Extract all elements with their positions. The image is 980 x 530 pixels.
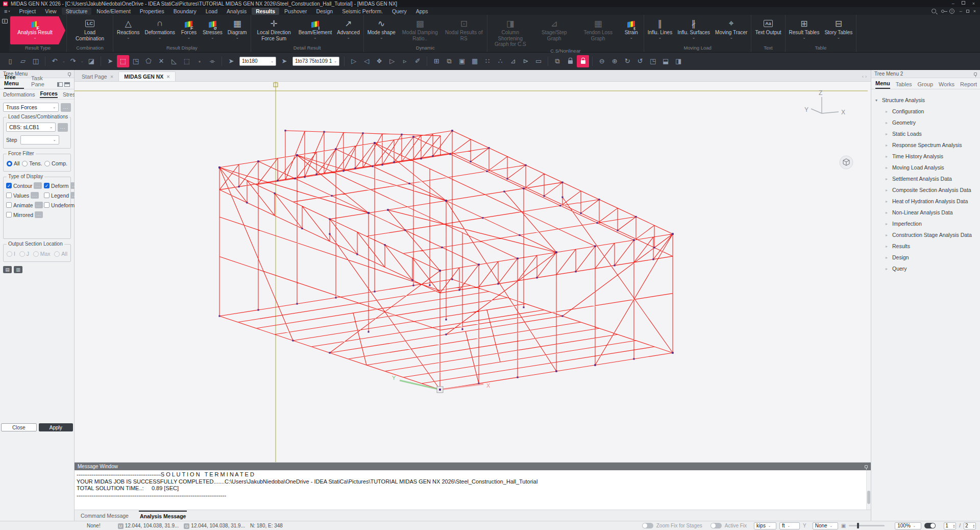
contour-checkbox[interactable]: ✓ — [6, 183, 12, 188]
snap-settings-icon[interactable]: ▣ — [841, 523, 846, 528]
result-tables-dropdown-icon[interactable]: ⌄ — [802, 36, 806, 39]
search-icon[interactable] — [932, 9, 936, 13]
tree-node-non-linear-analysis-data[interactable]: ▸Non-Linear Analysis Data — [874, 207, 980, 218]
tab-scroll-left-icon[interactable]: ‹ — [862, 74, 864, 79]
display-option-animate[interactable]: Animate... — [6, 202, 43, 208]
close-button[interactable]: Close — [1, 423, 37, 431]
mode-shape-dropdown-icon[interactable]: ⌄ — [380, 36, 383, 39]
length-unit-combo[interactable]: ft⌄ — [779, 522, 800, 529]
unselect-pointer-icon[interactable]: ▷ — [348, 55, 360, 67]
menu-item-boundary[interactable]: Boundary — [169, 8, 201, 15]
diagram-dropdown-icon[interactable]: ⌄ — [235, 36, 239, 39]
ribbon-forces[interactable]: FForces⌄ — [178, 16, 200, 44]
right-tab-works[interactable]: Works — [939, 81, 954, 89]
ribbon-beam-element[interactable]: IBeam/Element⌄ — [296, 16, 335, 44]
active-fix-toggle[interactable] — [710, 523, 722, 528]
message-tab-command-message[interactable]: Command Message — [80, 511, 130, 520]
zoom-in-icon[interactable]: ⊕ — [608, 55, 621, 67]
doc-restore-icon[interactable] — [966, 10, 969, 13]
restore-icon[interactable] — [962, 1, 965, 5]
active-window-icon[interactable]: ▣ — [456, 55, 468, 67]
right-pin-icon[interactable] — [974, 73, 977, 76]
deform-checkbox[interactable]: ✓ — [44, 183, 50, 188]
element-numbers-icon[interactable]: ⊿ — [507, 55, 519, 67]
tree-node-composite-section-analysis-data[interactable]: ▸Composite Section Analysis Data — [874, 184, 980, 196]
ribbon-deformations[interactable]: ∩Deformations⌄ — [142, 16, 177, 44]
tree-node-geometry[interactable]: ▸Geometry — [874, 117, 980, 128]
tree-node-configuration[interactable]: ▸Configuration — [874, 106, 980, 117]
node-display-icon[interactable]: ∷ — [481, 55, 494, 67]
tab-close-icon[interactable]: ✕ — [166, 75, 170, 79]
animate-options-button[interactable]: ... — [35, 202, 43, 208]
menu-item-view[interactable]: View — [41, 8, 61, 15]
element-display-icon[interactable]: ⊳ — [520, 55, 532, 67]
right-tab-group[interactable]: Group — [918, 81, 934, 89]
grid-view-icon[interactable]: ⊞ — [430, 55, 443, 67]
influence-lines-dropdown-icon[interactable]: ⌄ — [658, 36, 662, 39]
moving-tracer-dropdown-icon[interactable]: ⌄ — [729, 36, 733, 39]
menu-item-seismic-perform-[interactable]: Seismic Perform. — [338, 8, 387, 15]
analysis-result-dropdown-icon[interactable]: ⌄ — [33, 36, 37, 39]
tree-node-time-history-analysis[interactable]: ▸Time History Analysis — [874, 151, 980, 162]
lock-results-icon[interactable] — [577, 55, 589, 67]
filter-comp-radio[interactable]: Comp. — [44, 160, 67, 166]
values-checkbox[interactable] — [6, 192, 12, 198]
contour-options-button[interactable]: ... — [34, 182, 42, 189]
rotate-left-icon[interactable]: ↺ — [634, 55, 646, 67]
tree-node-heat-of-hydration-analysis-data[interactable]: ▸Heat of Hydration Analysis Data — [874, 196, 980, 207]
split-vertical-icon[interactable] — [57, 82, 63, 87]
ribbon-story-tables[interactable]: ⊟Story Tables⌄ — [822, 16, 855, 44]
unselect-poly-icon[interactable]: ▹ — [399, 55, 411, 67]
copy-image-button[interactable]: ▥ — [14, 266, 22, 273]
plane-combo[interactable]: 1to180⌄ — [239, 57, 276, 66]
menu-item-design[interactable]: Design — [312, 8, 337, 15]
pin-icon[interactable] — [68, 73, 71, 76]
expand-icon[interactable]: ▸ — [885, 255, 889, 260]
select-by-named-icon[interactable]: ➤ — [278, 55, 290, 67]
menu-item-properties[interactable]: Properties — [136, 8, 168, 15]
menu-item-apps[interactable]: Apps — [412, 8, 432, 15]
open-file-icon[interactable]: ▱ — [17, 55, 29, 67]
tab-tree-menu[interactable]: Tree Menu — [4, 74, 24, 89]
ribbon-diagram[interactable]: ▦Diagram⌄ — [225, 16, 250, 44]
mirrored-options-button[interactable]: ... — [35, 211, 43, 218]
select-identity-icon[interactable]: ⌯ — [206, 55, 218, 67]
rotate-right-icon[interactable]: ↻ — [621, 55, 633, 67]
values-options-button[interactable]: ... — [31, 192, 39, 199]
minimize-icon[interactable]: – — [952, 1, 954, 6]
save-image-button[interactable]: ▤ — [3, 266, 12, 273]
expand-icon[interactable]: ▸ — [885, 244, 889, 249]
tree-node-construction-stage-analysis-data[interactable]: ▸Construction Stage Analysis Data — [874, 229, 980, 240]
tree-node-design[interactable]: ▸Design — [874, 252, 980, 263]
strain-dropdown-icon[interactable]: ⌄ — [629, 36, 633, 39]
expand-icon[interactable]: ▸ — [885, 222, 889, 226]
lock-model-icon[interactable] — [564, 55, 576, 67]
tree-node-static-loads[interactable]: ▸Static Loads — [874, 128, 980, 139]
snap-combo[interactable]: None⌄ — [813, 522, 838, 529]
select-polygon-icon[interactable]: ⬠ — [142, 55, 155, 67]
ribbon-analysis-result[interactable]: FAnalysis Result⌄ — [10, 16, 65, 44]
influence-surfaces-dropdown-icon[interactable]: ⌄ — [692, 36, 696, 39]
step-combo[interactable]: ⌄ — [20, 135, 59, 144]
message-scrollbar[interactable] — [866, 470, 871, 510]
windows-cascade-icon[interactable]: ⧉ — [443, 55, 455, 67]
doc-tab-midas-gen-nx[interactable]: MIDAS GEN NX✕ — [118, 71, 176, 81]
full-window-icon[interactable]: ▦ — [469, 55, 481, 67]
display-option-contour[interactable]: ✓Contour... — [6, 182, 43, 189]
expand-icon[interactable]: ▸ — [885, 177, 889, 181]
expand-icon[interactable]: ▸ — [885, 109, 889, 114]
menu-item-results[interactable]: Results — [252, 8, 279, 15]
select-by-plane-icon[interactable]: ➤ — [225, 55, 237, 67]
ribbon-mode-shape[interactable]: ∿Mode shape⌄ — [365, 16, 398, 44]
result-type-combo[interactable]: Truss Forces⌄ — [3, 103, 59, 112]
story-tables-dropdown-icon[interactable]: ⌄ — [837, 36, 840, 39]
redo-icon[interactable]: ↷ — [67, 55, 79, 67]
node-numbers-icon[interactable]: ∴ — [494, 55, 506, 67]
menu-item-load[interactable]: Load — [202, 8, 222, 15]
tree-node-settlement-analysis-data[interactable]: ▸Settlement Analysis Data — [874, 173, 980, 184]
page-total-spinner[interactable]: 2▴▾ — [964, 522, 976, 529]
load-case-combo[interactable]: CBS: sLCB1⌄ — [6, 123, 56, 132]
unselect-line-icon[interactable]: ▷ — [386, 55, 398, 67]
expand-icon[interactable]: ▸ — [885, 267, 889, 271]
hamburger-icon[interactable]: ≡▾ — [4, 8, 10, 14]
